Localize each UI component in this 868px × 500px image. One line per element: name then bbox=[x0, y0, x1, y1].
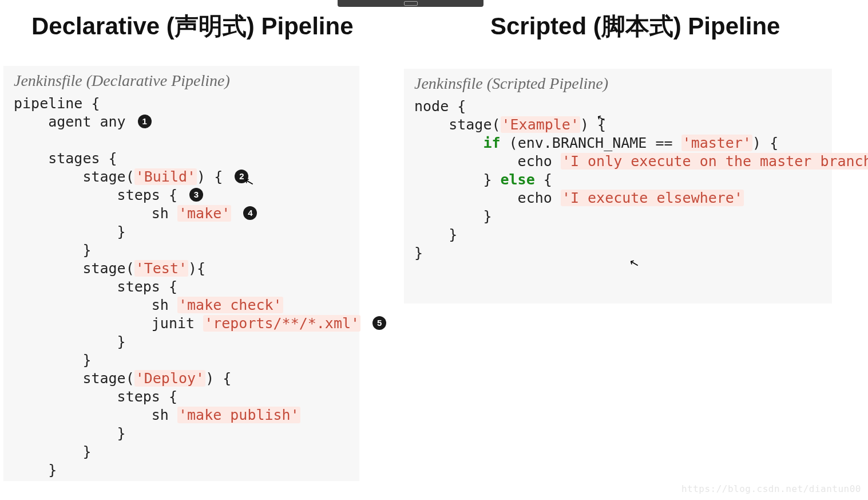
keyword-else: else bbox=[501, 171, 535, 188]
code-text: ) { bbox=[205, 370, 231, 387]
callout-1: 1 bbox=[138, 115, 152, 128]
string-literal: 'Test' bbox=[134, 260, 188, 277]
string-literal: 'make publish' bbox=[177, 407, 300, 423]
code-line: } bbox=[14, 352, 91, 368]
code-text: { bbox=[535, 171, 552, 188]
code-line: } bbox=[14, 443, 91, 460]
code-text bbox=[360, 315, 369, 332]
scripted-caption: Jenkinsfile (Scripted Pipeline) bbox=[414, 74, 822, 93]
code-line: } bbox=[14, 223, 126, 240]
string-literal: 'I execute elsewhere' bbox=[561, 190, 744, 206]
keyword-if: if bbox=[483, 135, 500, 151]
declarative-code-panel: Jenkinsfile (Declarative Pipeline) pipel… bbox=[3, 66, 359, 481]
code-text: ) { bbox=[752, 135, 778, 151]
code-line: echo bbox=[414, 190, 561, 206]
string-literal: 'I only execute on the master branch' bbox=[561, 153, 868, 170]
code-line: stage( bbox=[14, 168, 134, 185]
code-line: } bbox=[14, 425, 126, 442]
code-text: (env.BRANCH_NAME == bbox=[501, 135, 681, 151]
code-line: } bbox=[14, 242, 91, 258]
code-line: echo bbox=[414, 153, 561, 170]
code-line: stage( bbox=[14, 370, 134, 387]
code-line: sh bbox=[14, 407, 177, 423]
code-text: ) { bbox=[197, 168, 231, 185]
declarative-caption: Jenkinsfile (Declarative Pipeline) bbox=[14, 72, 349, 90]
tool-icon bbox=[404, 1, 418, 6]
heading-scripted: Scripted (脚本式) Pipeline bbox=[490, 10, 780, 42]
code-line: steps { bbox=[14, 187, 186, 203]
callout-2: 2 bbox=[235, 170, 248, 183]
code-line: } bbox=[414, 171, 501, 188]
code-line: junit bbox=[14, 315, 203, 332]
code-line: sh bbox=[14, 205, 177, 222]
code-line: stage( bbox=[14, 260, 134, 277]
string-literal: 'Build' bbox=[134, 168, 197, 185]
code-line: steps { bbox=[14, 278, 177, 295]
string-literal: 'make check' bbox=[177, 297, 283, 313]
string-literal: 'Deploy' bbox=[134, 370, 205, 387]
declarative-code: pipeline { agent any 1 stages { stage('B… bbox=[14, 95, 349, 479]
code-line: agent any bbox=[14, 113, 134, 130]
code-line: } bbox=[414, 208, 492, 225]
string-literal: 'master' bbox=[681, 135, 752, 151]
browser-tool-fragment bbox=[338, 0, 483, 7]
code-line: steps { bbox=[14, 388, 177, 405]
code-line: stages { bbox=[14, 150, 117, 167]
watermark-text: https://blog.csdn.net/diantun00 bbox=[681, 483, 861, 494]
code-line: } bbox=[414, 226, 457, 243]
scripted-code: node { stage('Example') { if (env.BRANCH… bbox=[414, 97, 822, 262]
callout-5: 5 bbox=[372, 316, 386, 330]
heading-declarative: Declarative (声明式) Pipeline bbox=[31, 10, 354, 42]
code-line: } bbox=[14, 333, 126, 350]
code-line: } bbox=[414, 245, 423, 261]
scripted-code-panel: Jenkinsfile (Scripted Pipeline) node { s… bbox=[404, 69, 832, 304]
code-line: sh bbox=[14, 297, 177, 313]
callout-4: 4 bbox=[243, 206, 257, 220]
code-text: ){ bbox=[188, 260, 205, 277]
string-literal: 'reports/**/*.xml' bbox=[203, 315, 360, 332]
code-line bbox=[414, 135, 483, 151]
string-literal: 'make' bbox=[177, 205, 231, 222]
code-text: ) { bbox=[580, 116, 606, 133]
callout-3: 3 bbox=[189, 188, 203, 202]
code-line: stage( bbox=[414, 116, 501, 133]
code-line: node { bbox=[414, 98, 466, 115]
code-text bbox=[231, 205, 240, 222]
code-line: pipeline { bbox=[14, 95, 100, 112]
string-literal: 'Example' bbox=[501, 116, 580, 133]
code-line: } bbox=[14, 462, 57, 478]
